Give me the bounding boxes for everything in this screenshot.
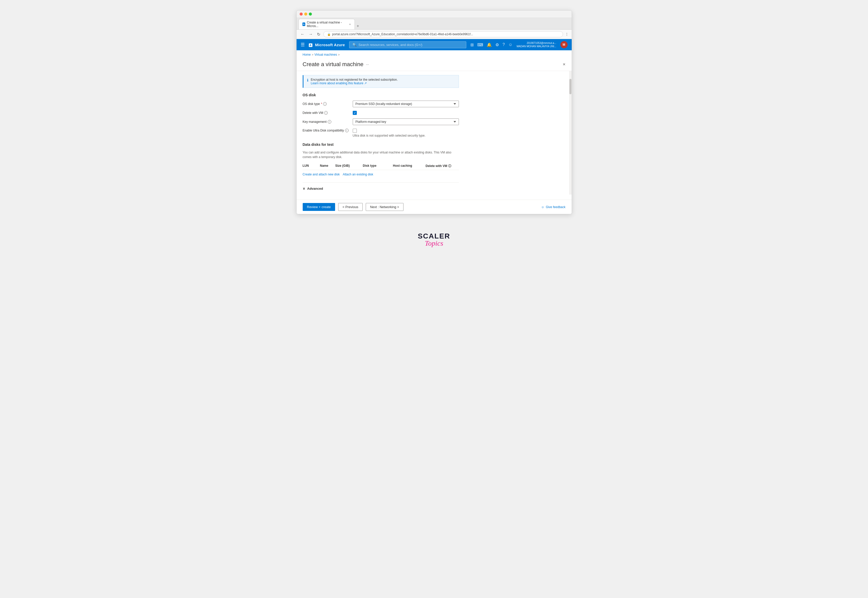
user-info: 2019071053@mmmut.a... MADAN MOHAN MALAVI… [516,41,556,48]
window-controls [300,12,312,16]
form-container: ℹ Encryption at host is not registered f… [297,71,572,194]
settings-gear-icon[interactable]: ⚙ [495,42,499,47]
create-attach-disk-link[interactable]: Create and attach new disk [303,173,340,176]
ultra-disk-label: Enable Ultra Disk compatibility i [303,129,349,132]
delete-with-vm-help-icon[interactable]: i [324,111,328,115]
attach-existing-disk-link[interactable]: Attach an existing disk [343,173,373,176]
ultra-disk-note: Ultra disk is not supported with selecte… [353,134,459,138]
window-minimize-btn[interactable] [304,12,307,16]
window-close-btn[interactable] [300,12,303,16]
advanced-section: ∨ Advanced [303,182,459,190]
breadcrumb: Home > Virtual machines > [297,50,572,59]
delete-with-vm-label-text: Delete with VM [303,111,324,115]
user-avatar[interactable]: M [561,41,568,48]
extensions-icon[interactable]: ⋮ [565,32,569,36]
page-content: Home > Virtual machines > Create a virtu… [297,50,572,214]
breadcrumb-home[interactable]: Home [303,53,311,57]
previous-button[interactable]: < Previous [338,203,363,211]
browser-window: A Create a virtual machine - Micros... ×… [296,10,572,214]
os-disk-type-row: OS disk type * i Premium SSD (locally-re… [303,100,459,107]
delete-with-vm-label: Delete with VM i [303,111,349,115]
os-disk-type-label: OS disk type * i [303,102,349,106]
key-management-select[interactable]: Platform-managed key Customer-managed ke… [353,118,459,125]
hamburger-menu-icon[interactable]: ☰ [301,42,305,48]
give-feedback-text: Give feedback [546,205,565,209]
nav-refresh-btn[interactable]: ↻ [316,31,321,37]
user-email: 2019071053@mmmut.a... [516,41,556,45]
azure-search-input[interactable] [359,43,463,47]
browser-tab-bar: A Create a virtual machine - Micros... ×… [297,18,572,30]
tab-title: Create a virtual machine - Micros... [307,21,347,28]
disk-actions: Create and attach new disk Attach an exi… [303,173,459,176]
cloud-shell-icon[interactable]: ⌨ [477,42,483,47]
user-org: MADAN MOHAN MALAVIYA UNI... [516,45,556,48]
nav-forward-btn[interactable]: → [308,31,314,37]
info-banner-text: Encryption at host is not registered for… [311,78,398,81]
delete-with-vm-row: Delete with VM i ✓ [303,111,459,115]
ultra-disk-checkbox[interactable] [353,129,357,133]
os-disk-type-help-icon[interactable]: i [323,102,327,106]
azure-brand-text: Microsoft Azure [315,43,345,47]
ultra-disk-control: Ultra disk is not supported with selecte… [353,129,459,138]
ultra-disk-checkbox-wrapper [353,129,459,133]
delete-with-vm-checkbox-wrapper: ✓ [353,111,459,115]
page-close-button[interactable]: × [563,62,565,67]
advanced-toggle[interactable]: ∨ Advanced [303,187,459,190]
window-maximize-btn[interactable] [309,12,312,16]
browser-nav-icons: ⋮ [565,32,569,36]
os-disk-type-label-text: OS disk type [303,102,320,106]
give-feedback-link[interactable]: ☺ Give feedback [541,205,565,209]
tab-favicon: A [303,22,306,26]
azure-nav-icons: ⊞ ⌨ 🔔 ⚙ ? ☺ [470,42,513,47]
scrollbar[interactable] [569,71,572,194]
portal-icon[interactable]: ⊞ [470,42,474,47]
active-tab[interactable]: A Create a virtual machine - Micros... × [298,19,355,29]
watermark: SCALER Topics [0,224,868,253]
checkmark-icon: ✓ [354,112,356,114]
info-banner: ℹ Encryption at host is not registered f… [303,75,459,88]
url-text: portal.azure.com/?Microsoft_Azure_Educat… [332,33,559,36]
key-management-help-icon[interactable]: i [328,120,331,124]
key-management-control: Platform-managed key Customer-managed ke… [353,118,459,125]
ultra-disk-row: Enable Ultra Disk compatibility i Ultra … [303,129,459,138]
azure-brand[interactable]: A Microsoft Azure [309,43,345,47]
breadcrumb-sep1: > [312,53,313,56]
os-disk-type-control: Premium SSD (locally-redundant storage) … [353,100,459,107]
key-management-label-text: Key management [303,120,327,124]
watermark-scaler-text: SCALER [418,232,450,240]
notifications-bell-icon[interactable]: 🔔 [487,42,492,47]
disk-header-size: Size (GiB) [336,164,361,168]
address-bar[interactable]: 🔒 portal.azure.com/?Microsoft_Azure_Educ… [324,31,563,37]
delete-with-vm-checkbox[interactable]: ✓ [353,111,357,115]
tab-close-icon[interactable]: × [349,23,350,26]
nav-back-btn[interactable]: ← [300,31,306,37]
key-management-row: Key management i Platform-managed key Cu… [303,118,459,125]
review-create-button[interactable]: Review + create [303,203,336,211]
info-banner-link-text: Learn more about enabling this feature [311,81,364,85]
data-disks-section-title: Data disks for test [303,142,459,147]
breadcrumb-virtual-machines[interactable]: Virtual machines [315,53,337,57]
help-question-icon[interactable]: ? [503,42,505,47]
next-networking-button[interactable]: Next : Networking > [366,203,404,211]
data-disks-section: Data disks for test You can add and conf… [303,142,459,176]
azure-navbar: ☰ A Microsoft Azure 🔍 ⊞ ⌨ 🔔 ⚙ ? ☺ 201907… [297,39,572,50]
delete-with-vm-table-info[interactable]: ⓘ [448,164,451,168]
disk-header-type: Disk type [363,164,391,168]
data-disks-description: You can add and configure additional dat… [303,150,459,159]
page-ellipsis[interactable]: ··· [366,62,369,66]
feedback-smile-icon[interactable]: ☺ [509,42,513,47]
breadcrumb-sep2: > [338,53,339,56]
delete-with-vm-control: ✓ [353,111,459,115]
page-footer: Review + create < Previous Next : Networ… [297,200,572,214]
scrollbar-thumb[interactable] [570,79,571,94]
search-icon: 🔍 [352,43,356,47]
browser-titlebar [297,10,572,18]
azure-search-bar[interactable]: 🔍 [349,41,467,48]
info-banner-link[interactable]: Learn more about enabling this feature ↗ [311,81,367,85]
os-disk-type-select[interactable]: Premium SSD (locally-redundant storage) … [353,100,459,107]
ultra-disk-help-icon[interactable]: i [345,129,349,132]
new-tab-button[interactable]: + [355,23,361,29]
disk-header-lun: LUN [303,164,318,168]
disk-header-name: Name [320,164,333,168]
page-header: Create a virtual machine ··· × [297,59,572,71]
